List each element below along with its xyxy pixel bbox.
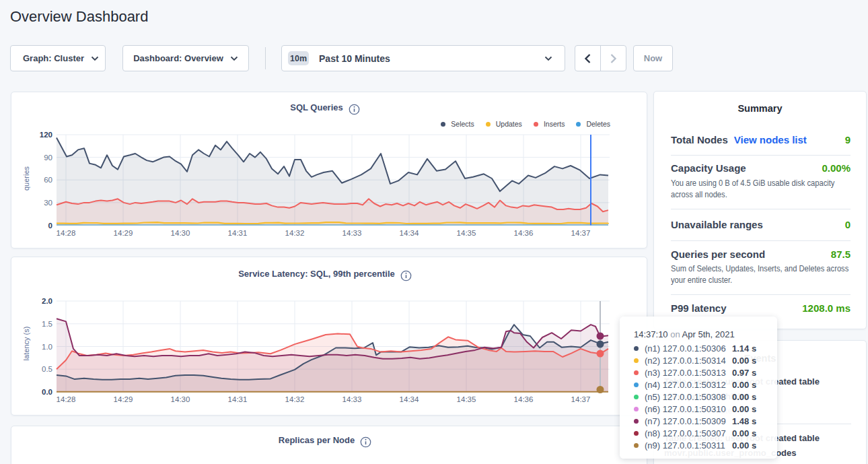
svg-text:14:34: 14:34	[400, 229, 419, 237]
svg-text:60: 60	[44, 176, 52, 184]
svg-text:14:32: 14:32	[285, 395, 305, 403]
svg-text:14:33: 14:33	[342, 229, 362, 237]
svg-text:14:34: 14:34	[400, 395, 419, 403]
svg-text:14:37: 14:37	[571, 395, 591, 403]
svg-text:120: 120	[40, 131, 52, 139]
svg-text:14:28: 14:28	[57, 395, 76, 403]
svg-text:2.0: 2.0	[42, 297, 52, 305]
svg-text:90: 90	[44, 154, 52, 162]
svg-text:14:33: 14:33	[342, 395, 362, 403]
svg-text:14:31: 14:31	[228, 395, 248, 403]
svg-text:14:30: 14:30	[171, 229, 190, 237]
svg-text:14:36: 14:36	[514, 229, 534, 237]
svg-text:14:28: 14:28	[57, 229, 76, 237]
svg-text:30: 30	[44, 199, 52, 207]
svg-text:14:37: 14:37	[571, 229, 591, 237]
svg-text:14:29: 14:29	[114, 395, 133, 403]
svg-text:14:35: 14:35	[457, 395, 476, 403]
svg-text:14:31: 14:31	[228, 229, 248, 237]
svg-text:0: 0	[48, 222, 52, 230]
svg-text:1.0: 1.0	[42, 343, 52, 351]
svg-text:14:36: 14:36	[514, 395, 534, 403]
svg-text:0.5: 0.5	[42, 365, 52, 373]
svg-text:14:32: 14:32	[285, 229, 305, 237]
svg-text:14:35: 14:35	[457, 229, 476, 237]
svg-text:14:30: 14:30	[171, 395, 190, 403]
svg-text:1.5: 1.5	[42, 320, 52, 328]
svg-text:0.0: 0.0	[42, 388, 52, 396]
svg-text:14:29: 14:29	[114, 229, 133, 237]
